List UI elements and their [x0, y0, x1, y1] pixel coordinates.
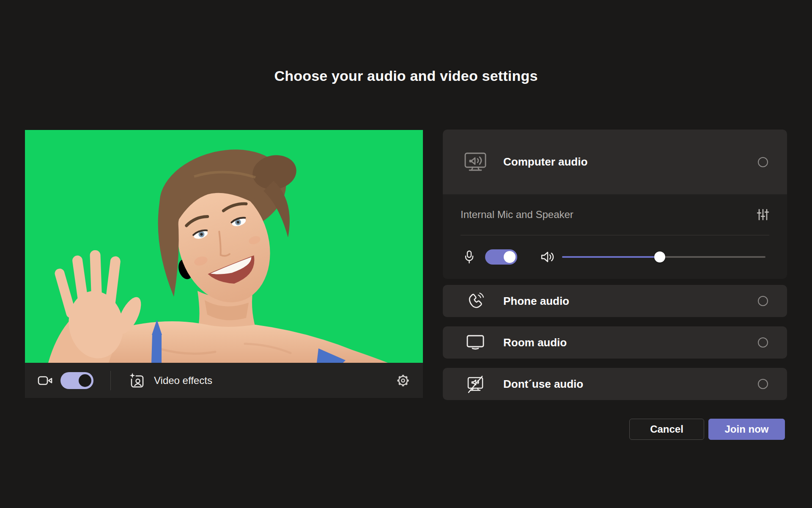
join-now-button[interactable]: Join now — [708, 419, 785, 440]
toolbar-divider — [110, 371, 111, 390]
volume-slider-fill — [562, 256, 660, 258]
gear-icon[interactable] — [396, 373, 410, 388]
computer-audio-card: Computer audio Internal Mic and Speaker — [443, 130, 787, 279]
computer-audio-option[interactable]: Computer audio — [443, 130, 787, 194]
camera-toggle-knob — [79, 374, 91, 387]
volume-slider-thumb[interactable] — [654, 251, 665, 262]
camera-icon — [38, 375, 53, 386]
video-effects-label[interactable]: Video effects — [154, 375, 212, 387]
no-audio-label: Dont´use audio — [503, 378, 583, 391]
microphone-toggle-knob — [504, 251, 516, 263]
video-preview-panel: Video effects — [25, 130, 423, 398]
microphone-icon — [464, 250, 474, 264]
computer-audio-label: Computer audio — [503, 155, 587, 168]
green-screen-woman-illustration — [25, 130, 423, 363]
equalizer-icon[interactable] — [757, 208, 769, 221]
room-audio-icon — [464, 335, 486, 350]
no-audio-radio[interactable] — [758, 379, 768, 389]
phone-audio-radio[interactable] — [758, 296, 768, 306]
device-settings-section: Internal Mic and Speaker — [443, 194, 787, 279]
page-title: Choose your audio and video settings — [0, 68, 812, 84]
phone-audio-icon — [464, 292, 486, 310]
computer-audio-icon — [464, 152, 486, 172]
microphone-toggle[interactable] — [485, 249, 517, 265]
camera-toggle[interactable] — [60, 372, 93, 389]
no-audio-icon — [464, 375, 486, 393]
camera-preview — [25, 130, 423, 363]
computer-audio-radio[interactable] — [758, 157, 768, 167]
speaker-icon — [541, 251, 554, 262]
volume-slider[interactable] — [562, 251, 765, 262]
audio-settings-panel: Computer audio Internal Mic and Speaker — [443, 130, 787, 400]
no-audio-option[interactable]: Dont´use audio — [443, 368, 787, 400]
room-audio-label: Room audio — [503, 336, 567, 349]
phone-audio-label: Phone audio — [503, 295, 569, 308]
video-effects-icon — [129, 372, 145, 389]
room-audio-radio[interactable] — [758, 337, 768, 348]
device-name: Internal Mic and Speaker — [461, 209, 573, 221]
video-toolbar: Video effects — [25, 363, 423, 398]
phone-audio-option[interactable]: Phone audio — [443, 285, 787, 317]
room-audio-option[interactable]: Room audio — [443, 326, 787, 359]
cancel-button[interactable]: Cancel — [629, 419, 704, 440]
